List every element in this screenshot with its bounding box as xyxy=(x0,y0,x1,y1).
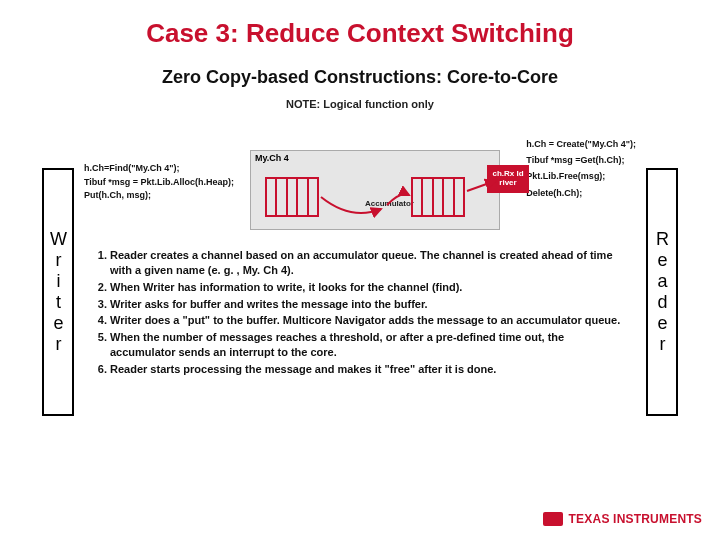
code-line: h.Ch=Find("My.Ch 4"); xyxy=(84,162,234,176)
step-item: Reader creates a channel based on an acc… xyxy=(110,248,630,278)
rx-driver-box: ch.Rx Id river xyxy=(487,165,529,193)
slide-note: NOTE: Logical function only xyxy=(0,88,720,110)
channel-name-label: My.Ch 4 xyxy=(255,153,289,163)
ti-logo-icon xyxy=(543,512,563,526)
step-item: Writer does a "put" to the buffer. Multi… xyxy=(110,313,630,328)
step-item: When Writer has information to write, it… xyxy=(110,280,630,295)
ti-logo-text: TEXAS INSTRUMENTS xyxy=(569,512,702,526)
diagram-stage: Writer Reader h.Ch=Find("My.Ch 4"); Tibu… xyxy=(50,138,670,438)
code-line: Put(h.Ch, msg); xyxy=(84,189,234,203)
reader-label: Reader xyxy=(652,229,673,355)
slide-subtitle: Zero Copy-based Constructions: Core-to-C… xyxy=(0,49,720,88)
step-item: Writer asks for buffer and writes the me… xyxy=(110,297,630,312)
queue-in xyxy=(265,177,319,217)
steps-list: Reader creates a channel based on an acc… xyxy=(90,248,630,379)
code-line: h.Ch = Create("My.Ch 4"); xyxy=(526,136,636,152)
code-line: Delete(h.Ch); xyxy=(526,185,636,201)
ti-logo: TEXAS INSTRUMENTS xyxy=(543,512,702,526)
writer-box: Writer xyxy=(42,168,74,416)
reader-box: Reader xyxy=(646,168,678,416)
code-line: Tibuf *msg =Get(h.Ch); xyxy=(526,152,636,168)
reader-code: h.Ch = Create("My.Ch 4"); Tibuf *msg =Ge… xyxy=(526,136,636,201)
accumulator-label: Accumulator xyxy=(365,199,414,208)
step-item: Reader starts processing the message and… xyxy=(110,362,630,377)
code-line: Tibuf *msg = Pkt.Lib.Alloc(h.Heap); xyxy=(84,176,234,190)
writer-code: h.Ch=Find("My.Ch 4"); Tibuf *msg = Pkt.L… xyxy=(84,162,234,203)
channel-diagram: My.Ch 4 Accumulator ch.Rx Id river xyxy=(250,150,500,230)
queue-out xyxy=(411,177,465,217)
slide-title: Case 3: Reduce Context Switching xyxy=(0,0,720,49)
step-item: When the number of messages reaches a th… xyxy=(110,330,630,360)
writer-label: Writer xyxy=(48,229,69,355)
code-line: Pkt.Lib.Free(msg); xyxy=(526,168,636,184)
